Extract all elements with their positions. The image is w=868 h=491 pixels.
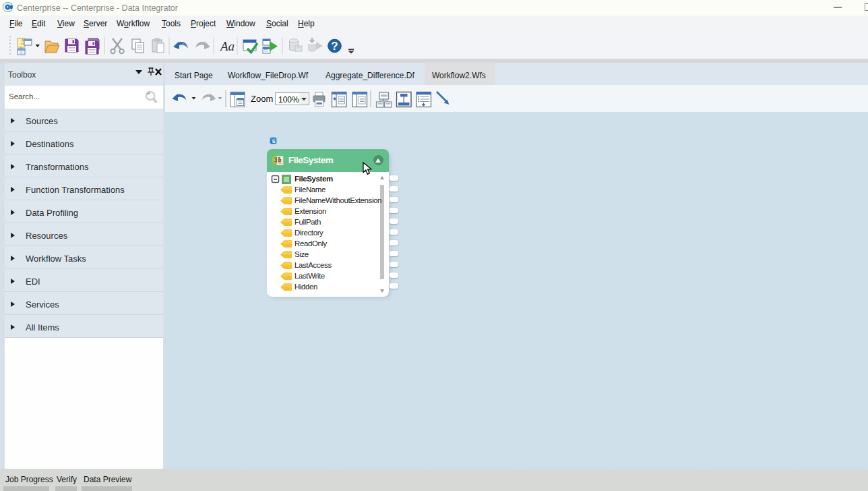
svg-text:?: ?: [331, 40, 338, 53]
svg-text:Aa: Aa: [219, 39, 235, 53]
